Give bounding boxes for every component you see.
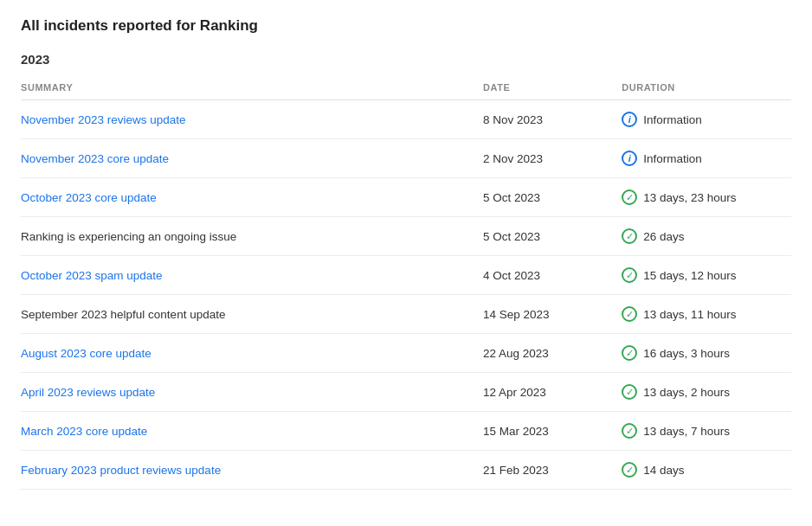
table-row: April 2023 reviews update12 Apr 2023✓13 …	[21, 373, 791, 412]
incident-summary[interactable]: August 2023 core update	[21, 334, 483, 373]
check-icon: ✓	[622, 228, 637, 244]
col-header-summary: SUMMARY	[21, 75, 483, 100]
year-heading: 2023	[21, 52, 791, 67]
duration-text: Information	[643, 113, 702, 126]
check-icon: ✓	[622, 462, 637, 478]
incident-summary[interactable]: November 2023 reviews update	[21, 100, 483, 139]
incident-date: 12 Apr 2023	[483, 373, 622, 412]
duration-text: 13 days, 11 hours	[643, 308, 736, 321]
duration-text: 13 days, 2 hours	[643, 386, 730, 399]
incident-link[interactable]: November 2023 reviews update	[21, 113, 186, 126]
duration-text: Information	[643, 152, 702, 165]
incident-date: 15 Mar 2023	[483, 412, 622, 451]
incident-link[interactable]: February 2023 product reviews update	[21, 464, 221, 477]
info-icon: i	[622, 151, 637, 166]
table-row: March 2023 core update15 Mar 2023✓13 day…	[21, 412, 791, 451]
incident-summary[interactable]: October 2023 core update	[21, 178, 483, 217]
duration-text: 15 days, 12 hours	[643, 269, 736, 282]
incident-date: 21 Feb 2023	[483, 451, 622, 490]
incident-date: 2 Nov 2023	[483, 139, 622, 178]
col-header-date: DATE	[483, 75, 622, 100]
incident-duration: ✓26 days	[622, 217, 791, 256]
check-icon: ✓	[622, 384, 637, 400]
incident-duration: ✓15 days, 12 hours	[622, 256, 791, 295]
check-icon: ✓	[622, 189, 637, 205]
incident-duration: ✓13 days, 11 hours	[622, 295, 791, 334]
incident-date: 8 Nov 2023	[483, 100, 622, 139]
check-icon: ✓	[622, 267, 637, 283]
incident-link[interactable]: March 2023 core update	[21, 425, 147, 438]
incident-date: 14 Sep 2023	[483, 295, 622, 334]
duration-text: 14 days	[643, 464, 684, 477]
incident-date: 22 Aug 2023	[483, 334, 622, 373]
incident-summary: Ranking is experiencing an ongoing issue	[21, 217, 483, 256]
incident-date: 5 Oct 2023	[483, 178, 622, 217]
incident-duration: ✓14 days	[622, 451, 791, 490]
incident-link[interactable]: April 2023 reviews update	[21, 386, 155, 399]
table-row: November 2023 core update2 Nov 2023iInfo…	[21, 139, 791, 178]
duration-text: 13 days, 7 hours	[643, 425, 730, 438]
table-row: September 2023 helpful content update14 …	[21, 295, 791, 334]
check-icon: ✓	[622, 345, 637, 361]
incidents-table: SUMMARY DATE DURATION November 2023 revi…	[21, 75, 791, 490]
incident-summary[interactable]: February 2023 product reviews update	[21, 451, 483, 490]
incident-duration: ✓16 days, 3 hours	[622, 334, 791, 373]
check-icon: ✓	[622, 306, 637, 322]
duration-text: 13 days, 23 hours	[643, 191, 736, 204]
incident-duration: ✓13 days, 23 hours	[622, 178, 791, 217]
check-icon: ✓	[622, 423, 637, 439]
col-header-duration: DURATION	[622, 75, 791, 100]
table-row: October 2023 spam update4 Oct 2023✓15 da…	[21, 256, 791, 295]
incident-summary[interactable]: November 2023 core update	[21, 139, 483, 178]
info-icon: i	[622, 112, 637, 127]
duration-text: 26 days	[643, 230, 684, 243]
table-row: Ranking is experiencing an ongoing issue…	[21, 217, 791, 256]
incident-duration: iInformation	[622, 100, 791, 139]
incident-duration: iInformation	[622, 139, 791, 178]
incident-summary[interactable]: October 2023 spam update	[21, 256, 483, 295]
incident-link[interactable]: October 2023 core update	[21, 191, 157, 204]
table-row: February 2023 product reviews update21 F…	[21, 451, 791, 490]
incident-duration: ✓13 days, 2 hours	[622, 373, 791, 412]
incident-link[interactable]: October 2023 spam update	[21, 269, 163, 282]
incident-link[interactable]: November 2023 core update	[21, 152, 169, 165]
incident-summary[interactable]: March 2023 core update	[21, 412, 483, 451]
incident-duration: ✓13 days, 7 hours	[622, 412, 791, 451]
duration-text: 16 days, 3 hours	[643, 347, 730, 360]
page-title: All incidents reported for Ranking	[21, 17, 791, 35]
incident-date: 4 Oct 2023	[483, 256, 622, 295]
incident-summary[interactable]: April 2023 reviews update	[21, 373, 483, 412]
incident-link[interactable]: August 2023 core update	[21, 347, 151, 360]
table-row: October 2023 core update5 Oct 2023✓13 da…	[21, 178, 791, 217]
incident-date: 5 Oct 2023	[483, 217, 622, 256]
incident-summary: September 2023 helpful content update	[21, 295, 483, 334]
table-row: August 2023 core update22 Aug 2023✓16 da…	[21, 334, 791, 373]
table-row: November 2023 reviews update8 Nov 2023iI…	[21, 100, 791, 139]
